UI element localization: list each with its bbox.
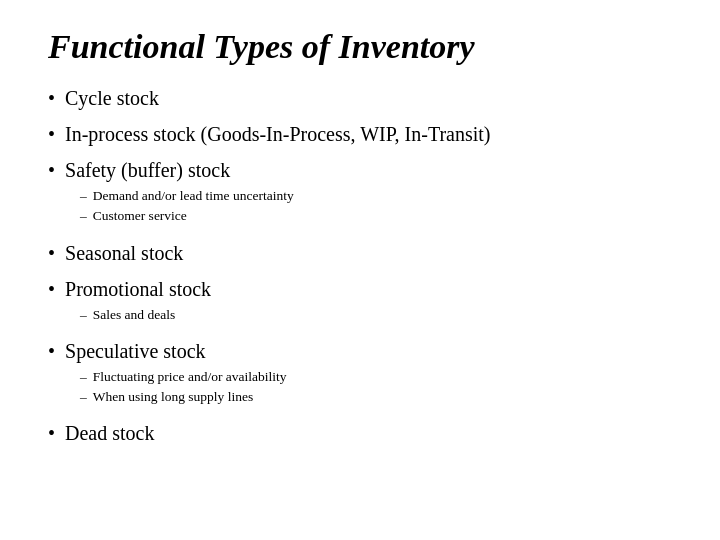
sub-item-text: Customer service xyxy=(93,206,187,226)
bullet-dot: • xyxy=(48,84,55,112)
sub-item-text: Sales and deals xyxy=(93,305,175,325)
item-text: Promotional stock xyxy=(65,275,211,303)
bullet-dot: • xyxy=(48,337,55,365)
item-text: Dead stock xyxy=(65,419,154,447)
bullet-dot: • xyxy=(48,275,55,303)
sub-list-item: – Demand and/or lead time uncertainty xyxy=(80,186,294,206)
item-text: In-process stock (Goods-In-Process, WIP,… xyxy=(65,120,491,148)
bullet-dot: • xyxy=(48,156,55,184)
sub-dash: – xyxy=(80,206,87,226)
sub-list-promotional: – Sales and deals xyxy=(48,305,175,325)
sub-dash: – xyxy=(80,387,87,407)
sub-list-safety: – Demand and/or lead time uncertainty – … xyxy=(48,186,294,227)
sub-item-text: When using long supply lines xyxy=(93,387,254,407)
sub-list-speculative: – Fluctuating price and/or availability … xyxy=(48,367,287,408)
list-item-safety-stock: • Safety (buffer) stock – Demand and/or … xyxy=(48,156,672,231)
list-item-dead-stock: • Dead stock xyxy=(48,419,672,447)
sub-dash: – xyxy=(80,367,87,387)
item-text: Speculative stock xyxy=(65,337,206,365)
sub-list-item: – Fluctuating price and/or availability xyxy=(80,367,287,387)
item-text: Safety (buffer) stock xyxy=(65,156,230,184)
item-text: Seasonal stock xyxy=(65,239,183,267)
list-item-promotional-stock: • Promotional stock – Sales and deals xyxy=(48,275,672,329)
sub-dash: – xyxy=(80,305,87,325)
sub-list-item: – When using long supply lines xyxy=(80,387,287,407)
bullet-dot: • xyxy=(48,120,55,148)
list-item-speculative-stock: • Speculative stock – Fluctuating price … xyxy=(48,337,672,412)
sub-list-item: – Customer service xyxy=(80,206,294,226)
list-item-in-process-stock: • In-process stock (Goods-In-Process, WI… xyxy=(48,120,672,148)
slide: Functional Types of Inventory • Cycle st… xyxy=(0,0,720,540)
item-text: Cycle stock xyxy=(65,84,159,112)
sub-dash: – xyxy=(80,186,87,206)
list-item-cycle-stock: • Cycle stock xyxy=(48,84,672,112)
bullet-dot: • xyxy=(48,239,55,267)
sub-item-text: Demand and/or lead time uncertainty xyxy=(93,186,294,206)
bullet-dot: • xyxy=(48,419,55,447)
sub-list-item: – Sales and deals xyxy=(80,305,175,325)
list-item-seasonal-stock: • Seasonal stock xyxy=(48,239,672,267)
main-bullet-list: • Cycle stock • In-process stock (Goods-… xyxy=(48,84,672,447)
slide-title: Functional Types of Inventory xyxy=(48,28,672,66)
sub-item-text: Fluctuating price and/or availability xyxy=(93,367,287,387)
